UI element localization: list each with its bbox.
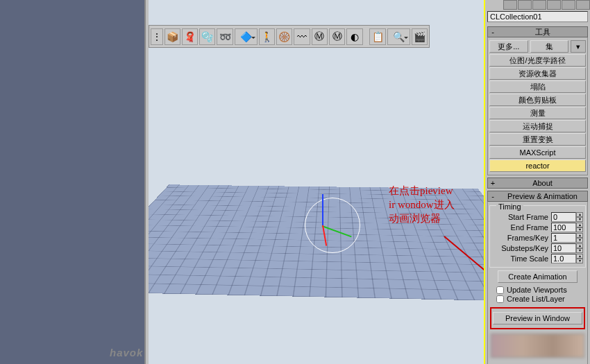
preview-rollout-title: Preview & Animation <box>498 192 587 200</box>
tab-hierarchy-icon[interactable] <box>532 0 546 10</box>
tab-create-icon[interactable] <box>503 0 517 10</box>
collapse-icon: - <box>488 192 498 200</box>
time-scale-spinner[interactable]: ▴▾ <box>576 254 583 263</box>
reactor-toolbar: ⋮ 📦 🧣 🫧 ➿ 🔷 🚶 🛞 〰 Ⓜ Ⓜ ◐ 📋 🔍 🎬 <box>149 25 430 48</box>
create-animation-button[interactable]: Create Animation <box>498 270 578 283</box>
command-panel-tabs <box>484 0 590 10</box>
end-frame-input[interactable] <box>551 223 576 232</box>
expand-icon: + <box>488 179 498 187</box>
about-rollout: + About <box>487 177 588 189</box>
start-frame-spinner[interactable]: ▴▾ <box>576 212 583 222</box>
time-scale-label: Time Scale <box>492 254 551 263</box>
annotation-text: 在点击pieview ir wondow进入 动画浏览器 <box>389 184 455 225</box>
ragdoll-icon[interactable]: 🚶 <box>259 28 275 45</box>
left-viewport: havok <box>0 0 146 364</box>
motion-capture-button[interactable]: 运动捕捉 <box>489 120 586 132</box>
maxscript-button[interactable]: MAXScript <box>489 146 586 159</box>
more-button[interactable]: 更多... <box>489 40 528 53</box>
sets-button[interactable]: 集 <box>530 40 569 53</box>
gizmo-circle <box>305 198 360 253</box>
preview-rollout: - Preview & Animation Timing Start Frame… <box>487 191 588 364</box>
frames-per-key-label: Frames/Key <box>492 234 551 242</box>
preview-animation-icon[interactable]: 🔍 <box>387 28 410 45</box>
resource-collector-button[interactable]: 资源收集器 <box>489 67 586 80</box>
reset-xform-button[interactable]: 重置变换 <box>489 133 586 146</box>
reactor-button[interactable]: reactor <box>489 159 586 172</box>
reactor-thumbnail <box>491 333 584 358</box>
about-rollout-title: About <box>498 179 587 187</box>
update-viewports-checkbox[interactable]: Update Viewports <box>496 286 586 294</box>
frames-per-key-spinner[interactable]: ▴▾ <box>576 233 583 243</box>
bitmap-path-button[interactable]: 位图/光度学路径 <box>489 54 586 67</box>
frames-per-key-input[interactable] <box>551 233 576 243</box>
havok-logo: havok <box>110 347 143 358</box>
tools-rollout-title: 工具 <box>498 27 587 37</box>
transform-gizmo[interactable] <box>301 194 364 257</box>
tab-modify-icon[interactable] <box>518 0 532 10</box>
substeps-per-key-label: Substeps/Key <box>492 244 551 252</box>
create-list-layer-label: Create List/Layer <box>507 295 565 303</box>
timing-group: Timing Start Frame ▴▾ End Frame ▴▾ Frame… <box>489 205 586 268</box>
command-panel: - 工具 更多... 集 ▾ 位图/光度学路径 资源收集器 塌陷 颜色剪贴板 测… <box>484 0 590 364</box>
update-viewports-label: Update Viewports <box>507 286 567 294</box>
motor-icon[interactable]: Ⓜ <box>312 28 328 45</box>
deforming-mesh-icon[interactable]: 🔷 <box>235 28 258 45</box>
soft-body-icon[interactable]: 🫧 <box>199 28 215 45</box>
sets-dropdown-icon[interactable]: ▾ <box>571 40 586 53</box>
rope-icon[interactable]: ➿ <box>217 28 233 45</box>
start-frame-input[interactable] <box>551 212 576 222</box>
tab-motion-icon[interactable] <box>547 0 561 10</box>
end-frame-label: End Frame <box>492 223 551 232</box>
object-name-input[interactable] <box>487 11 588 22</box>
perspective-viewport[interactable] <box>149 0 484 364</box>
color-clipboard-button[interactable]: 颜色剪贴板 <box>489 94 586 106</box>
tools-rollout: - 工具 更多... 集 ▾ 位图/光度学路径 资源收集器 塌陷 颜色剪贴板 测… <box>487 26 588 175</box>
preview-in-window-button[interactable]: Preview in Window <box>493 312 582 324</box>
highlight-box: Preview in Window <box>490 307 585 329</box>
substeps-per-key-input[interactable] <box>551 243 576 253</box>
about-rollout-header[interactable]: + About <box>487 177 588 189</box>
toolbar-drag-handle-icon[interactable]: ⋮ <box>151 28 163 45</box>
measure-button[interactable]: 测量 <box>489 107 586 119</box>
rigid-body-icon[interactable]: 📦 <box>165 28 180 45</box>
end-frame-spinner[interactable]: ▴▾ <box>576 223 583 232</box>
tab-utilities-icon[interactable] <box>576 0 590 10</box>
collapse-icon: - <box>488 28 498 36</box>
collapse-button[interactable]: 塌陷 <box>489 80 586 93</box>
substeps-per-key-spinner[interactable]: ▴▾ <box>576 243 583 253</box>
preview-rollout-header[interactable]: - Preview & Animation <box>487 191 588 202</box>
analyze-world-icon[interactable]: 📋 <box>369 28 385 45</box>
timing-group-label: Timing <box>496 202 523 211</box>
create-animation-icon[interactable]: 🎬 <box>412 28 428 45</box>
tools-rollout-header[interactable]: - 工具 <box>487 26 588 37</box>
cloth-icon[interactable]: 🧣 <box>182 28 198 45</box>
toy-car-icon[interactable]: Ⓜ <box>329 28 345 45</box>
tab-display-icon[interactable] <box>562 0 575 10</box>
create-list-layer-checkbox[interactable]: Create List/Layer <box>496 295 586 303</box>
wind-icon[interactable]: 〰 <box>294 28 310 45</box>
start-frame-label: Start Frame <box>492 213 551 221</box>
fracture-icon[interactable]: ◐ <box>346 28 362 45</box>
time-scale-input[interactable] <box>551 254 576 263</box>
wheel-icon[interactable]: 🛞 <box>276 28 292 45</box>
gizmo-z-axis-icon <box>322 194 323 225</box>
